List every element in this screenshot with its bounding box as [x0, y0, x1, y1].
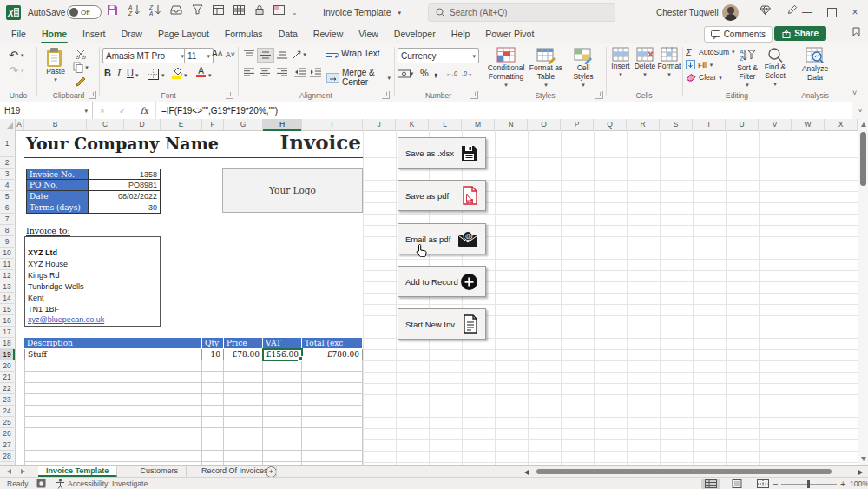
column-header-V[interactable]: V	[759, 119, 792, 130]
search-input[interactable]: Search (Alt+Q)	[428, 3, 615, 22]
macro-button-email-as-pdf[interactable]: Email as pdf@	[398, 223, 486, 254]
items-empty-cell[interactable]	[202, 372, 224, 383]
items-empty-cell[interactable]	[202, 406, 224, 417]
vertical-scrollbar[interactable]	[858, 119, 868, 465]
decrease-indent-icon[interactable]	[292, 66, 307, 79]
comments-button[interactable]: Comments	[704, 26, 773, 43]
user-name[interactable]: Chester Tugwell	[656, 0, 719, 24]
cell-styles-button[interactable]: Cell Styles▾	[566, 47, 601, 88]
items-empty-cell[interactable]	[263, 372, 302, 383]
items-empty-cell[interactable]	[302, 428, 363, 439]
items-empty-cell[interactable]	[202, 451, 224, 462]
lock-icon[interactable]	[250, 0, 269, 19]
column-header-A[interactable]: A	[15, 119, 24, 130]
format-as-table-button[interactable]: Format as Table▾	[528, 47, 564, 88]
items-empty-cell[interactable]	[202, 428, 224, 439]
save-icon[interactable]	[102, 0, 122, 19]
items-empty-cell[interactable]	[224, 360, 263, 372]
zoom-level[interactable]: 100%	[850, 479, 868, 488]
document-title[interactable]: Invoice Template▾	[323, 0, 401, 24]
sort-desc-icon[interactable]: ZA	[146, 0, 165, 19]
column-header-X[interactable]: X	[825, 119, 858, 130]
analyze-data-button[interactable]: Analyze Data	[795, 47, 835, 83]
prev-sheet-icon[interactable]	[7, 469, 11, 474]
premium-gem-icon[interactable]	[755, 0, 774, 19]
column-header-M[interactable]: M	[462, 119, 495, 130]
ribbon-tab-help[interactable]: Help	[444, 24, 478, 43]
items-cell-description[interactable]: Stuff	[24, 349, 202, 360]
italic-button[interactable]: I	[116, 68, 120, 79]
ribbon-tab-page-layout[interactable]: Page Layout	[150, 24, 217, 43]
sheet-tab-customers[interactable]: Customers	[132, 466, 187, 477]
formula-input[interactable]: =IF(F19<>"",G19*F19*20%,"")	[156, 102, 852, 119]
column-header-Q[interactable]: Q	[594, 119, 627, 130]
items-empty-cell[interactable]	[24, 451, 202, 462]
items-empty-cell[interactable]	[302, 439, 363, 451]
table-icon[interactable]	[229, 0, 248, 19]
borders-icon[interactable]	[148, 69, 159, 82]
font-name-select[interactable]: Amasis MT Pro▾	[102, 48, 187, 63]
decrease-decimal-icon[interactable]: .0→	[462, 69, 476, 78]
items-empty-cell[interactable]	[263, 428, 302, 439]
detail-value[interactable]: 30	[88, 202, 160, 213]
items-empty-cell[interactable]	[202, 439, 224, 451]
font-color-icon[interactable]: A	[196, 67, 206, 77]
items-empty-cell[interactable]	[24, 383, 202, 394]
align-left-icon[interactable]	[241, 66, 257, 79]
items-empty-cell[interactable]	[224, 372, 263, 383]
align-top-icon[interactable]	[241, 48, 257, 61]
items-cell-price[interactable]: £78.00	[224, 349, 263, 360]
worksheet[interactable]: ABCDEFGHIJKLMNOPQRSTUVWX 123456789101112…	[0, 119, 858, 465]
fill-color-icon[interactable]	[172, 67, 183, 79]
items-empty-cell[interactable]	[202, 394, 224, 406]
clipboard-launcher-icon[interactable]	[89, 91, 96, 99]
horizontal-scroll-thumb[interactable]	[536, 469, 832, 474]
items-empty-cell[interactable]	[224, 451, 263, 462]
items-empty-cell[interactable]	[24, 394, 202, 406]
grid-body[interactable]: Your Company Name Invoice Invoice No.135…	[0, 130, 858, 465]
cell-color-icon[interactable]	[269, 0, 288, 19]
ribbon-tab-file[interactable]: File	[3, 24, 34, 43]
collapse-ribbon-icon[interactable]: ˅	[852, 89, 857, 97]
customer-email-link[interactable]: xyz@bluepecan.co.uk	[28, 315, 104, 324]
undo-icon[interactable]: ↶ ▾	[9, 49, 23, 62]
items-empty-cell[interactable]	[302, 417, 363, 428]
normal-view-icon[interactable]	[701, 479, 720, 489]
column-header-B[interactable]: B	[24, 119, 87, 130]
accessibility-status[interactable]: Accessibility: Investigate	[68, 479, 148, 488]
freeze-panes-icon[interactable]	[208, 0, 227, 19]
expand-formula-bar-icon[interactable]: ˅	[852, 102, 868, 119]
items-empty-cell[interactable]	[202, 417, 224, 428]
detail-value[interactable]: 1358	[88, 169, 160, 179]
scroll-down-icon[interactable]	[861, 457, 866, 461]
percent-style-icon[interactable]: %	[420, 68, 429, 78]
align-right-icon[interactable]	[274, 66, 290, 79]
ribbon-tab-insert[interactable]: Insert	[75, 24, 113, 43]
ribbon-tab-review[interactable]: Review	[306, 24, 351, 43]
cancel-entry-icon[interactable]: ×	[100, 106, 105, 116]
align-bottom-icon[interactable]	[274, 48, 290, 61]
sheet-tab-invoice-template[interactable]: Invoice Template	[38, 466, 117, 477]
autosum-button[interactable]: ΣAutoSum▾	[686, 47, 734, 56]
macro-button-save-as-xlsx[interactable]: Save as .xlsx	[398, 137, 486, 169]
clear-button[interactable]: Clear▾	[686, 73, 722, 82]
items-empty-cell[interactable]	[302, 406, 363, 417]
sort-asc-icon[interactable]: AZ	[125, 0, 144, 19]
avatar[interactable]	[722, 0, 739, 24]
scroll-up-icon[interactable]	[861, 122, 866, 127]
minimize-button[interactable]: —	[794, 0, 820, 24]
column-header-W[interactable]: W	[792, 119, 825, 130]
items-empty-cell[interactable]	[263, 383, 302, 394]
find-select-button[interactable]: Find & Select▾	[762, 47, 788, 87]
next-sheet-icon[interactable]	[21, 469, 25, 474]
paste-button[interactable]: Paste▾	[42, 47, 69, 83]
delete-cells-button[interactable]: Delete▾	[634, 47, 656, 77]
items-empty-cell[interactable]	[24, 439, 202, 451]
items-empty-cell[interactable]	[224, 406, 263, 417]
vertical-scroll-thumb[interactable]	[860, 132, 866, 186]
filter-icon[interactable]	[187, 0, 207, 19]
items-empty-cell[interactable]	[224, 383, 263, 394]
select-all-corner[interactable]	[0, 119, 16, 131]
close-button[interactable]: ×	[842, 0, 868, 24]
underline-button[interactable]: U	[127, 68, 134, 78]
